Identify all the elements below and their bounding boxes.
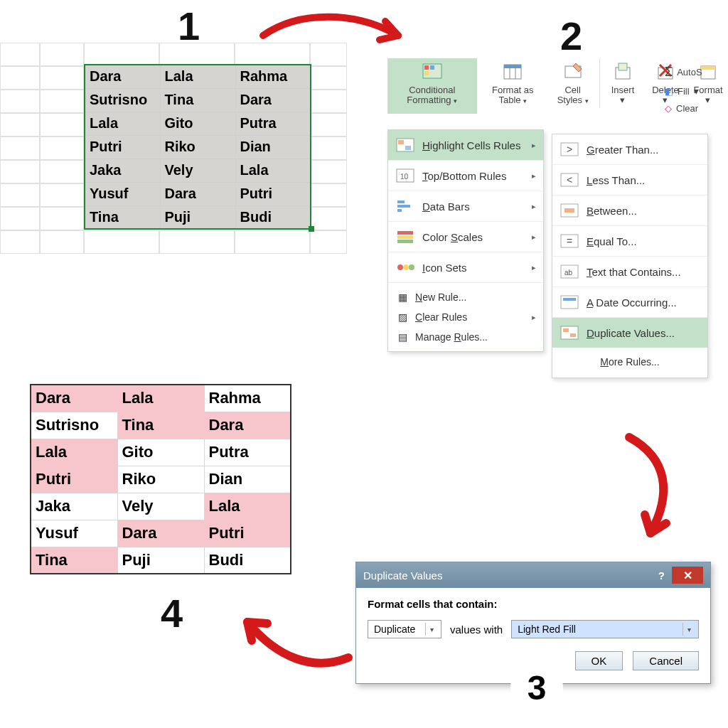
svg-rect-42 (570, 333, 576, 337)
table-cell[interactable]: Jaka (85, 159, 160, 182)
svg-rect-39 (563, 298, 576, 301)
table-cell: Putra (204, 439, 291, 466)
less-than-icon: < (560, 172, 579, 188)
table-cell[interactable]: Puji (160, 205, 235, 229)
menu-highlight-cells-rules[interactable]: HHighlight Cells Rulesighlight Cells Rul… (388, 130, 543, 161)
dialog-close-button[interactable]: ✕ (672, 567, 703, 584)
table-cell[interactable]: Tina (85, 205, 160, 229)
svg-rect-13 (701, 66, 715, 70)
table-cell[interactable]: Sutrisno (85, 88, 160, 112)
svg-rect-23 (397, 235, 413, 239)
table-cell[interactable]: Dara (85, 65, 160, 88)
step-label-4: 4 (161, 590, 183, 636)
table-cell[interactable]: Lala (160, 65, 235, 88)
table-cell: Dara (117, 520, 204, 547)
submenu-less-than[interactable]: < Less Than... (552, 165, 707, 196)
selection-handle[interactable] (309, 226, 314, 232)
svg-rect-38 (561, 296, 578, 309)
table-cell: Lala (31, 439, 117, 466)
menu-manage-rules[interactable]: ▤Manage Rules... (388, 327, 543, 347)
table-cell: Putri (31, 466, 117, 493)
ok-button[interactable]: OK (575, 651, 623, 670)
menu-top-bottom-rules[interactable]: 10 Top/Bottom Rules▸ (388, 161, 543, 191)
manage-rules-icon: ▤ (395, 331, 410, 343)
svg-point-27 (409, 264, 414, 270)
color-scales-icon (395, 229, 415, 245)
table-cell[interactable]: Dara (235, 88, 311, 112)
format-as-table-label: Format as Table (492, 85, 534, 105)
table-cell[interactable]: Gito (160, 112, 235, 135)
menu-color-scales[interactable]: Color Scales▸ (388, 222, 543, 252)
arrow-3-to-4 (235, 608, 355, 679)
table-cell[interactable]: Yusuf (85, 182, 160, 205)
table-cell[interactable]: Tina (160, 88, 235, 112)
table-cell[interactable]: Rahma (235, 65, 311, 88)
table-cell: Sutrisno (31, 412, 117, 439)
svg-rect-41 (563, 328, 569, 332)
svg-rect-3 (424, 71, 429, 75)
submenu-equal-to[interactable]: = Equal To... (552, 226, 707, 257)
svg-text:<: < (567, 174, 572, 186)
insert-label: Insert (611, 85, 635, 95)
table-cell[interactable]: Dara (160, 182, 235, 205)
menu-icon-sets[interactable]: Icon Sets▸ (388, 252, 543, 283)
svg-point-25 (397, 264, 403, 270)
menu-data-bars[interactable]: Data Bars▸ (388, 191, 543, 222)
ribbon-editing-group: ΣAutoS ◧Fill ▾ ◇Clear (665, 60, 702, 117)
submenu-greater-than[interactable]: > Greater Than... (552, 134, 707, 165)
clear-button[interactable]: ◇Clear (665, 100, 702, 117)
table-cell[interactable]: Budi (235, 205, 311, 229)
table-cell: Lala (117, 385, 204, 412)
submenu-text-contains[interactable]: ab Text that Contains... (552, 257, 707, 287)
text-contains-icon: ab (560, 264, 579, 279)
svg-text:>: > (567, 144, 572, 155)
table-cell: Tina (117, 412, 204, 439)
cell-styles-button[interactable]: Cell Styles ▾ (549, 58, 596, 114)
table-cell: Yusuf (31, 520, 117, 547)
svg-rect-2 (430, 65, 434, 70)
insert-icon (611, 60, 635, 84)
svg-rect-33 (564, 208, 574, 213)
selected-range[interactable]: DaraLalaRahmaSutrisnoTinaDaraLalaGitoPut… (84, 64, 311, 230)
table-cell: Puji (117, 547, 204, 574)
format-style-select[interactable]: Light Red Fill ▾ (511, 620, 699, 638)
table-cell: Rahma (204, 385, 291, 412)
conditional-formatting-icon (420, 60, 444, 84)
svg-text:ab: ab (564, 269, 573, 277)
icon-sets-icon (395, 259, 415, 275)
table-cell: Tina (31, 547, 117, 574)
table-cell: Vely (117, 493, 204, 520)
cancel-button[interactable]: Cancel (633, 651, 699, 670)
table-cell: Jaka (31, 493, 117, 520)
conditional-formatting-button[interactable]: Conditional Formatting ▾ (387, 58, 477, 114)
svg-rect-20 (397, 205, 410, 208)
table-cell[interactable]: Lala (85, 112, 160, 135)
table-cell: Putri (204, 520, 291, 547)
submenu-between[interactable]: Between... (552, 196, 707, 226)
format-as-table-button[interactable]: Format as Table ▾ (480, 58, 547, 114)
table-cell[interactable]: Lala (235, 159, 311, 182)
svg-rect-22 (397, 231, 413, 235)
dialog-titlebar[interactable]: Duplicate Values ? ✕ (356, 562, 710, 588)
highlight-cells-icon (395, 137, 415, 153)
fill-button[interactable]: ◧Fill ▾ (665, 83, 702, 100)
autosum-button[interactable]: ΣAutoS (665, 60, 702, 83)
svg-rect-19 (397, 200, 405, 203)
table-cell: Budi (204, 547, 291, 574)
table-cell[interactable]: Riko (160, 135, 235, 159)
table-cell[interactable]: Putri (85, 135, 160, 159)
dialog-help-button[interactable]: ? (655, 569, 668, 582)
table-cell[interactable]: Dian (235, 135, 311, 159)
submenu-more-rules[interactable]: More Rules... (552, 348, 707, 378)
conditional-formatting-menu: HHighlight Cells Rulesighlight Cells Rul… (387, 129, 544, 352)
table-cell[interactable]: Putri (235, 182, 311, 205)
menu-new-rule[interactable]: ▦New Rule... (388, 287, 543, 307)
svg-rect-10 (619, 63, 627, 70)
table-cell[interactable]: Putra (235, 112, 311, 135)
insert-button[interactable]: Insert▾ (603, 58, 643, 114)
submenu-duplicate-values[interactable]: Duplicate Values... (552, 318, 707, 348)
submenu-date-occurring[interactable]: A Date Occurring... (552, 287, 707, 318)
table-cell[interactable]: Vely (160, 159, 235, 182)
menu-clear-rules[interactable]: ▨Clear Rules▸ (388, 307, 543, 327)
duplicate-unique-select[interactable]: Duplicate ▾ (368, 620, 441, 638)
